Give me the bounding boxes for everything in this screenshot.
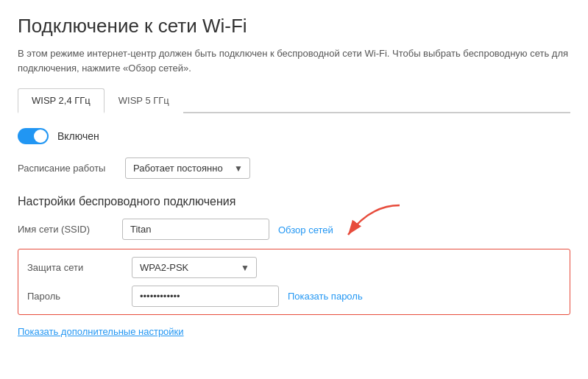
tab-wisp24[interactable]: WISP 2,4 ГГц — [18, 88, 105, 113]
ssid-label: Имя сети (SSID) — [18, 224, 113, 235]
ssid-row: Имя сети (SSID) Обзор сетей — [18, 219, 570, 240]
toggle-row: Включен — [18, 128, 570, 144]
toggle-label: Включен — [57, 130, 99, 142]
schedule-row: Расписание работы Работает постоянно По … — [18, 157, 570, 179]
ssid-input[interactable] — [122, 219, 269, 240]
password-row: Пароль Показать пароль — [27, 286, 561, 307]
schedule-label: Расписание работы — [18, 163, 113, 174]
schedule-select-wrapper: Работает постоянно По расписанию ▼ — [125, 157, 250, 179]
tab-wisp5[interactable]: WISP 5 ГГц — [105, 88, 183, 113]
tab-bar: WISP 2,4 ГГц WISP 5 ГГц — [18, 88, 570, 113]
security-label: Защита сети — [27, 262, 123, 273]
browse-networks-link[interactable]: Обзор сетей — [278, 224, 333, 235]
wireless-section-title: Настройки беспроводного подключения — [18, 195, 570, 208]
annotation-arrow — [341, 202, 414, 246]
show-password-link[interactable]: Показать пароль — [288, 291, 363, 302]
schedule-select[interactable]: Работает постоянно По расписанию — [125, 157, 250, 179]
password-label: Пароль — [27, 291, 123, 302]
ssid-input-wrapper — [122, 219, 269, 240]
enabled-toggle[interactable] — [18, 128, 49, 144]
page-description: В этом режиме интернет-центр должен быть… — [18, 46, 570, 75]
password-input[interactable] — [132, 286, 279, 307]
security-select[interactable]: WPA2-PSK WPA-PSK Нет — [132, 257, 257, 278]
advanced-settings-link[interactable]: Показать дополнительные настройки — [18, 326, 184, 337]
security-row: Защита сети WPA2-PSK WPA-PSK Нет ▼ — [27, 257, 561, 278]
security-select-wrapper: WPA2-PSK WPA-PSK Нет ▼ — [132, 257, 257, 278]
page-title: Подключение к сети Wi-Fi — [18, 15, 570, 38]
security-section: Защита сети WPA2-PSK WPA-PSK Нет ▼ Парол… — [18, 249, 570, 315]
